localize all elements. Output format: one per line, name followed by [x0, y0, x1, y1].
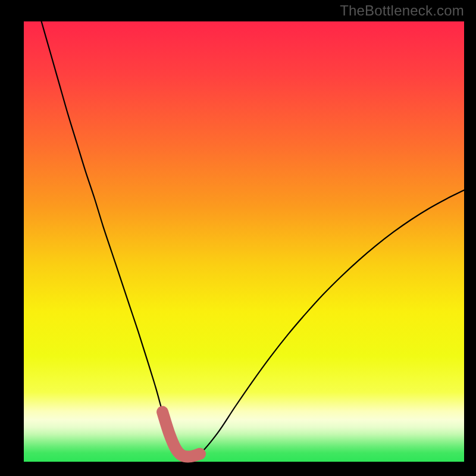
chart-frame: TheBottleneck.com: [0, 0, 476, 476]
bottleneck-curve: [42, 21, 464, 456]
chart-svg: [0, 0, 476, 476]
highlight-segment: [162, 412, 200, 456]
marker-dot: [158, 407, 167, 416]
watermark-text: TheBottleneck.com: [340, 2, 464, 19]
